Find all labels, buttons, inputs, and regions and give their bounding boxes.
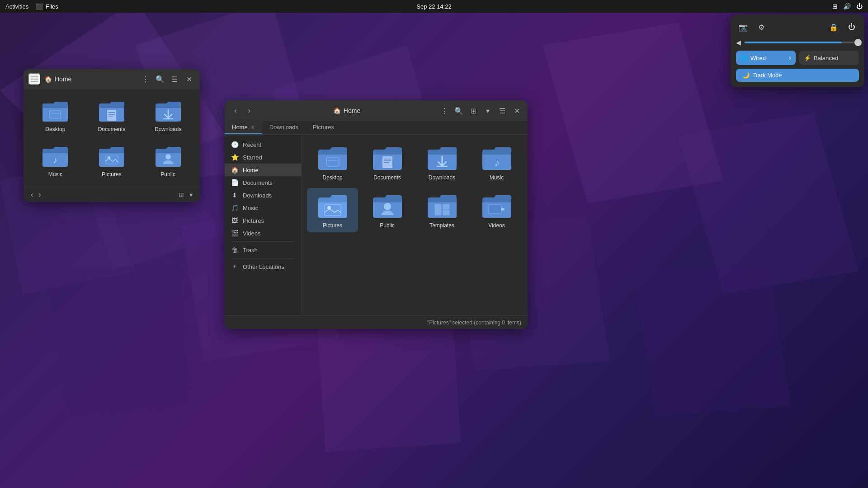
fm-large-folder-desktop[interactable]: Desktop: [307, 140, 358, 184]
fm-small-folder-music[interactable]: ♪ Music: [29, 140, 82, 181]
activities-button[interactable]: Activities: [5, 3, 28, 10]
network-status-icon[interactable]: ⊞: [832, 3, 838, 10]
fm-small-menu-button[interactable]: ☰: [168, 73, 181, 85]
sidebar-item-home[interactable]: 🏠 Home: [225, 164, 301, 176]
fm-large-folder-pictures[interactable]: Pictures: [307, 188, 358, 232]
sidebar-item-pictures[interactable]: 🖼 Pictures: [225, 214, 301, 227]
svg-rect-18: [107, 110, 116, 121]
fm-small-more-button[interactable]: ⋮: [139, 73, 152, 85]
fm-small-back-button[interactable]: ‹: [29, 189, 35, 201]
fm-large-folder-templates[interactable]: Templates: [416, 188, 467, 232]
sidebar-item-documents[interactable]: 📄 Documents: [225, 176, 301, 189]
fm-large-menu-button[interactable]: ☰: [496, 104, 509, 117]
sidebar-item-recent[interactable]: 🕐 Recent: [225, 138, 301, 151]
lock-button[interactable]: 🔒: [826, 20, 841, 34]
fm-small-folder-documents[interactable]: Documents: [85, 94, 138, 136]
volume-icon[interactable]: 🔊: [843, 3, 851, 10]
fm-small-folder-public[interactable]: Public: [142, 140, 194, 181]
fm-small-title-label: Home: [55, 75, 71, 83]
topbar: Activities ⬛ Files Sep 22 14:22 ⊞ 🔊 ⏻: [0, 0, 868, 13]
system-panel: 📷 ⚙ 🔒 ⏻ ◀ 🌐 Wired › ⚡ Balanced 🌙 Dark: [731, 14, 864, 87]
svg-point-26: [165, 154, 171, 160]
balanced-icon: ⚡: [804, 55, 811, 61]
fm-small-folder-desktop[interactable]: Desktop: [29, 94, 82, 136]
tab-pictures-label: Pictures: [313, 124, 334, 131]
wired-network-button[interactable]: 🌐 Wired ›: [736, 51, 796, 65]
wired-icon: 🌐: [741, 55, 748, 61]
fm-large-folder-documents[interactable]: Documents: [362, 140, 413, 184]
fm-large-close-button[interactable]: ✕: [510, 104, 523, 117]
volume-slider-thumb[interactable]: [854, 39, 862, 46]
fm-large-folder-videos[interactable]: Videos: [471, 188, 522, 232]
svg-rect-40: [443, 210, 449, 215]
sidebar-item-music[interactable]: 🎵 Music: [225, 202, 301, 214]
fm-large-folder-music[interactable]: ♪ Music: [471, 140, 522, 184]
svg-rect-15: [31, 81, 38, 82]
fm-large-view-button[interactable]: ⊞: [467, 104, 480, 117]
settings-button[interactable]: ⚙: [754, 20, 769, 34]
fm-large-statusbar: "Pictures" selected (containing 0 items): [225, 315, 528, 329]
sidebar-item-downloads[interactable]: ⬇ Downloads: [225, 189, 301, 202]
svg-text:♪: ♪: [53, 155, 57, 165]
sidebar-item-other-locations[interactable]: + Other Locations: [225, 260, 301, 273]
public-folder-icon: [154, 143, 183, 169]
fm-small-folder-pictures[interactable]: Pictures: [85, 140, 138, 181]
sidebar-item-trash[interactable]: 🗑 Trash: [225, 244, 301, 256]
tab-home[interactable]: Home ✕: [225, 121, 262, 134]
sidebar-label-downloads: Downloads: [243, 192, 272, 199]
sidebar-label-trash: Trash: [243, 247, 258, 253]
fm-large-forward-button[interactable]: ›: [243, 104, 255, 117]
fm-small-close-button[interactable]: ✕: [183, 73, 195, 85]
fm-small-sidebar-toggle[interactable]: [28, 73, 41, 85]
volume-back-icon[interactable]: ◀: [736, 39, 741, 46]
fm-large-titlebar: ‹ › 🏠 Home ⋮ 🔍 ⊞ ▾ ☰ ✕: [225, 100, 528, 121]
trash-icon: 🗑: [231, 246, 238, 253]
svg-marker-7: [45, 262, 190, 416]
fm-small-view-dropdown[interactable]: ▾: [188, 190, 194, 199]
sidebar-label-home: Home: [243, 167, 259, 174]
fm-large-folder-downloads[interactable]: Downloads: [416, 140, 467, 184]
fm-large-folder-public[interactable]: Public: [362, 188, 413, 232]
fm-large-title-label: Home: [344, 107, 360, 114]
fm-large-more-button[interactable]: ⋮: [438, 104, 451, 117]
tab-downloads[interactable]: Downloads: [262, 121, 306, 134]
fm-small-content: Desktop Documents: [24, 89, 200, 187]
volume-slider[interactable]: [745, 42, 859, 43]
fm-large-back-button[interactable]: ‹: [229, 104, 242, 117]
fm-large-downloads-label: Downloads: [429, 174, 455, 181]
fm-small-title: 🏠 Home: [44, 75, 136, 83]
music-folder-label: Music: [48, 171, 62, 178]
svg-text:♪: ♪: [494, 156, 500, 169]
wired-arrow-icon: ›: [789, 54, 791, 62]
tab-home-close[interactable]: ✕: [250, 124, 255, 131]
balanced-button[interactable]: ⚡ Balanced: [799, 51, 859, 65]
sidebar-item-starred[interactable]: ⭐ Starred: [225, 151, 301, 164]
downloads-folder-label: Downloads: [155, 126, 181, 132]
fm-small-search-button[interactable]: 🔍: [154, 73, 166, 85]
darkmode-button[interactable]: 🌙 Dark Mode: [736, 69, 859, 82]
svg-rect-14: [31, 79, 38, 80]
fm-large-search-button[interactable]: 🔍: [453, 104, 465, 117]
sidebar-label-pictures: Pictures: [243, 217, 264, 224]
pictures-folder-label: Pictures: [102, 171, 121, 178]
tab-downloads-label: Downloads: [269, 124, 298, 131]
fm-large-sidebar: 🕐 Recent ⭐ Starred 🏠 Home 📄 Documents ⬇ …: [225, 135, 302, 315]
desktop-folder-icon: [41, 98, 70, 123]
tab-pictures[interactable]: Pictures: [306, 121, 341, 134]
fm-small-forward-button[interactable]: ›: [37, 189, 42, 201]
fm-small-folder-downloads[interactable]: Downloads: [142, 94, 194, 136]
topbar-left: Activities ⬛ Files: [5, 3, 58, 10]
power-button[interactable]: ⏻: [844, 20, 859, 34]
fm-large-view-dropdown[interactable]: ▾: [481, 104, 494, 117]
sidebar-item-videos[interactable]: 🎬 Videos: [225, 227, 301, 239]
documents-folder-label: Documents: [98, 126, 126, 132]
downloads-icon: ⬇: [231, 192, 238, 199]
fm-large-title: 🏠 Home: [259, 107, 434, 114]
screenshot-button[interactable]: 📷: [736, 20, 750, 34]
fm-large-documents-label: Documents: [373, 174, 401, 181]
videos-icon: 🎬: [231, 230, 238, 237]
fm-small-list-view-button[interactable]: ⊞: [177, 190, 186, 199]
svg-point-37: [384, 203, 391, 210]
downloads-folder-icon: [154, 98, 183, 123]
power-menu-icon[interactable]: ⏻: [856, 3, 863, 10]
